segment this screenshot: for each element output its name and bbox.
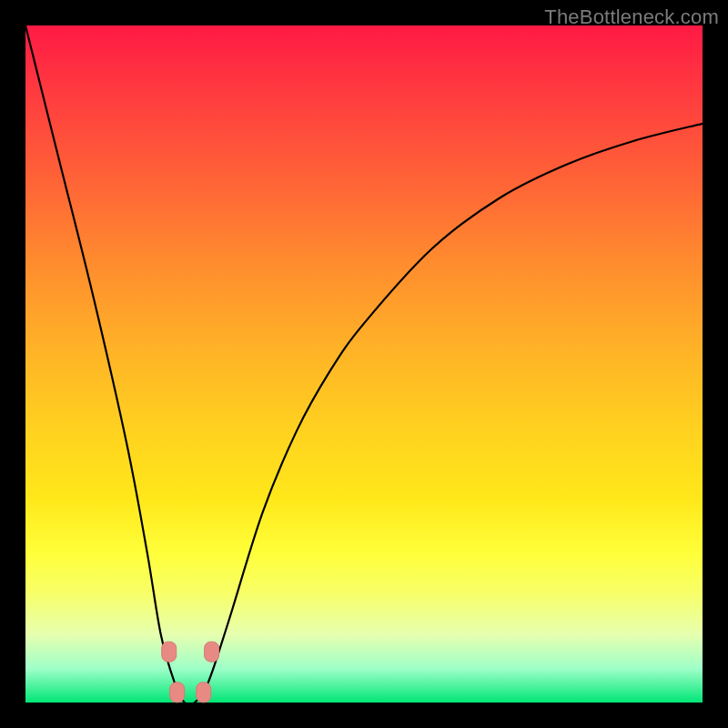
plot-area — [25, 25, 703, 703]
curve-marker — [197, 682, 211, 703]
curve-marker — [162, 642, 177, 662]
bottleneck-curve — [25, 25, 703, 703]
curve-marker — [170, 682, 185, 703]
curve-marker — [205, 642, 219, 662]
curve-line — [25, 25, 703, 705]
watermark-text: TheBottleneck.com — [544, 5, 719, 29]
